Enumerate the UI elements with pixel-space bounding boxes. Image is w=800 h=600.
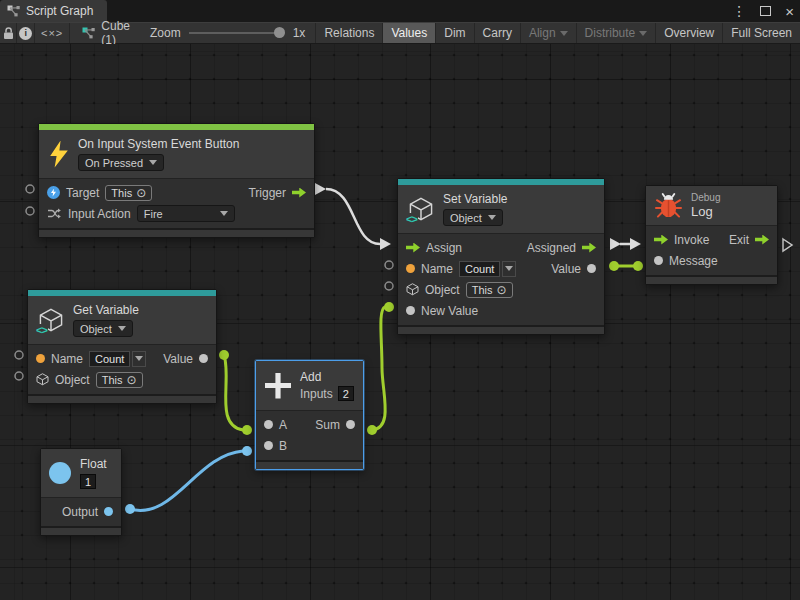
variable-scope-dropdown[interactable]: Object (73, 320, 133, 337)
maximize-icon[interactable] (760, 6, 771, 16)
chevron-down-icon (135, 356, 143, 361)
invoke-flow-icon[interactable] (654, 235, 668, 245)
a-port-icon[interactable] (264, 420, 273, 429)
overview-button[interactable]: Overview (655, 23, 722, 43)
variable-scope-dropdown[interactable]: Object (443, 209, 503, 226)
variable-name-dropdown[interactable]: Count (459, 261, 516, 277)
assigned-output-port[interactable] (610, 238, 621, 250)
align-button[interactable]: Align (520, 23, 576, 43)
get-value-output-port[interactable] (219, 350, 229, 360)
self-target-icon: ⊙ (136, 187, 146, 199)
message-port-icon[interactable] (654, 256, 663, 265)
object-label: Object (55, 373, 90, 387)
node-body: Invoke Exit Message (646, 226, 777, 275)
object-value-button[interactable]: This⊙ (466, 282, 513, 298)
value-port-icon[interactable] (587, 264, 596, 273)
variable-name-dropdown[interactable]: Count (89, 351, 146, 367)
float-value-field[interactable]: 1 (80, 474, 96, 489)
close-icon[interactable]: × (785, 4, 794, 19)
lock-button[interactable] (0, 23, 17, 43)
zoom-label: Zoom (150, 26, 181, 40)
object-value-button[interactable]: This⊙ (96, 372, 143, 388)
graph-canvas[interactable]: On Input System Event Button On Pressed … (0, 44, 800, 600)
new-value-row: New Value (398, 300, 604, 321)
invoke-input-port[interactable] (630, 238, 641, 250)
assign-flow-icon[interactable] (406, 243, 420, 253)
event-mode-dropdown[interactable]: On Pressed (78, 154, 164, 171)
node-get-variable[interactable]: <> Get Variable Object Name Count Value (27, 289, 217, 404)
graph-breadcrumb[interactable]: Cube (1) (70, 23, 140, 43)
target-value-button[interactable]: This⊙ (105, 185, 152, 201)
info-button[interactable]: i (17, 23, 34, 43)
inputs-count-field[interactable]: 2 (338, 386, 354, 401)
code-preview-button[interactable]: <×> (35, 23, 70, 43)
output-label: Output (62, 505, 98, 519)
node-float[interactable]: Float 1 Output (40, 448, 122, 536)
get-object-port[interactable] (15, 372, 23, 380)
node-on-input-system-event[interactable]: On Input System Event Button On Pressed … (38, 123, 315, 238)
input-system-icon (47, 186, 60, 199)
node-footer (256, 460, 363, 469)
chevron-down-icon (505, 266, 513, 271)
zoom-value: 1x (293, 26, 306, 40)
trigger-flow-icon[interactable] (292, 188, 306, 198)
node-category: Debug (691, 192, 720, 203)
zoom-slider[interactable] (189, 27, 285, 39)
string-port-icon[interactable] (406, 264, 415, 273)
assigned-flow-icon[interactable] (582, 243, 596, 253)
get-name-port[interactable] (15, 351, 23, 359)
add-b-input-port[interactable] (242, 446, 252, 456)
code-brackets-icon: <> (35, 324, 48, 336)
chevron-down-icon (560, 31, 568, 36)
output-port-icon[interactable] (104, 507, 113, 516)
node-title: On Input System Event Button (78, 137, 239, 151)
sum-port-icon[interactable] (346, 420, 355, 429)
kebab-menu-icon[interactable]: ⋮ (732, 4, 746, 18)
target-label: Target (66, 186, 99, 200)
message-input-port[interactable] (633, 261, 643, 271)
node-header: Debug Log (646, 186, 777, 226)
b-port-icon[interactable] (264, 441, 273, 450)
zoom-control: Zoom 1x (140, 23, 315, 43)
add-a-input-port[interactable] (242, 425, 252, 435)
node-title: Add (300, 370, 321, 384)
exit-output-port[interactable] (783, 239, 792, 251)
new-value-port-icon[interactable] (406, 306, 415, 315)
node-set-variable[interactable]: <> Set Variable Object Assign Assigned (397, 178, 605, 335)
object-row: Object This⊙ (28, 369, 216, 390)
carry-button[interactable]: Carry (474, 23, 520, 43)
object-label: Object (425, 283, 460, 297)
assign-label: Assign (426, 241, 462, 255)
zoom-slider-knob[interactable] (274, 27, 285, 38)
distribute-button[interactable]: Distribute (576, 23, 656, 43)
set-object-port[interactable] (385, 282, 393, 290)
assign-input-port[interactable] (380, 238, 391, 250)
tab-script-graph[interactable]: Script Graph (0, 0, 107, 22)
newvalue-input-port[interactable] (384, 302, 394, 312)
value-output-port[interactable] (609, 261, 619, 271)
set-name-port[interactable] (385, 261, 393, 269)
object-cube-icon (36, 373, 49, 386)
node-debug-log[interactable]: Debug Log Invoke Exit Message (645, 185, 778, 285)
event-target-port[interactable] (26, 185, 34, 193)
a-label: A (279, 418, 287, 432)
fullscreen-button[interactable]: Full Screen (722, 23, 800, 43)
value-port-icon[interactable] (199, 354, 208, 363)
node-header: <> Set Variable Object (398, 185, 604, 234)
node-header: On Input System Event Button On Pressed (39, 130, 314, 179)
node-footer (398, 325, 604, 334)
zoom-slider-track[interactable] (189, 32, 285, 34)
exit-flow-icon[interactable] (755, 235, 769, 245)
dim-button[interactable]: Dim (435, 23, 473, 43)
values-button[interactable]: Values (382, 23, 435, 43)
trigger-output-port[interactable] (315, 183, 326, 195)
node-add[interactable]: Add Inputs 2 A Sum B (255, 360, 364, 470)
input-action-dropdown[interactable]: Fire (137, 205, 235, 222)
relations-button[interactable]: Relations (315, 23, 382, 43)
sum-output-port[interactable] (367, 425, 377, 435)
input-action-row: Input Action Fire (39, 203, 314, 224)
event-action-port[interactable] (26, 207, 34, 215)
string-port-icon[interactable] (36, 354, 45, 363)
float-output-port[interactable] (125, 504, 135, 514)
node-title: Set Variable (443, 192, 507, 206)
